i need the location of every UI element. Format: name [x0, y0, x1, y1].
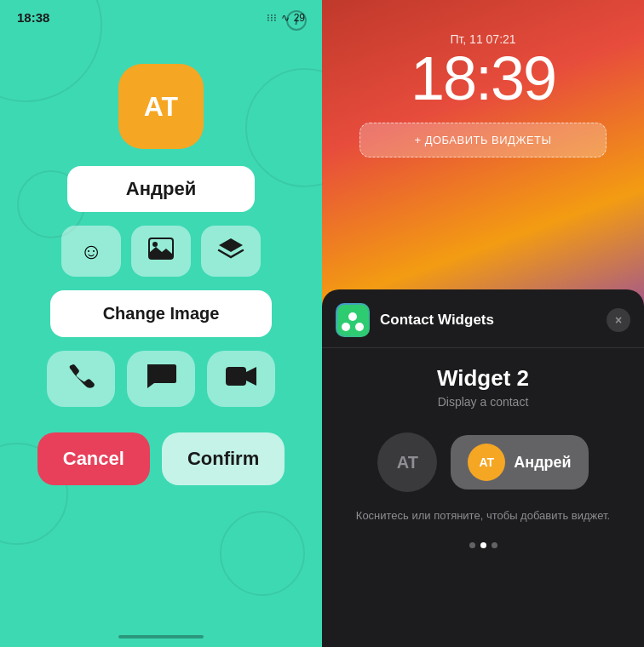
avatar-container: AT	[118, 64, 204, 149]
add-widget-label: + ДОБАВИТЬ ВИДЖЕТЫ	[414, 134, 551, 146]
sheet-widget-subtitle: Display a contact	[438, 395, 529, 409]
video-icon	[225, 364, 257, 394]
bg-circle-4	[220, 511, 305, 596]
widget-option-empty[interactable]: AT	[377, 432, 437, 492]
right-panel: Пт, 11 07:21 18:39 + ДОБАВИТЬ ВИДЖЕТЫ Co…	[322, 0, 644, 647]
image-style-btn[interactable]	[131, 226, 191, 277]
add-widget-button[interactable]: + ДОБАВИТЬ ВИДЖЕТЫ	[359, 123, 607, 157]
status-time: 18:38	[17, 10, 49, 25]
layered-style-btn[interactable]	[201, 226, 261, 277]
sheet-app-icon	[336, 303, 370, 337]
page-dot-2	[480, 542, 486, 548]
video-button[interactable]	[207, 351, 275, 407]
emoji-icon: ☺	[80, 238, 103, 265]
avatar: AT	[118, 64, 204, 149]
confirm-button[interactable]: Confirm	[162, 432, 285, 485]
info-button[interactable]: i	[285, 9, 308, 32]
status-bar: 18:38 ⁝⁝⁝ ∿ 29	[0, 0, 322, 30]
svg-point-6	[355, 323, 364, 331]
action-row	[47, 351, 275, 407]
page-dot-1	[469, 542, 475, 548]
change-image-button[interactable]: Change Image	[50, 290, 272, 337]
cancel-button[interactable]: Cancel	[37, 432, 150, 485]
sheet-close-button[interactable]: ×	[607, 308, 630, 332]
image-icon	[148, 238, 174, 266]
page-dot-3	[492, 542, 497, 548]
sheet-hint: Коснитесь или потяните, чтобы добавить в…	[356, 509, 610, 522]
sheet-app-name: Contact Widgets	[380, 312, 494, 329]
widget-options: AT AT Андрей	[377, 432, 588, 492]
info-icon: i	[286, 10, 307, 31]
signal-icon: ⁝⁝⁝	[267, 12, 277, 24]
widget-sheet: Contact Widgets × Widget 2 Display a con…	[322, 289, 644, 647]
phone-icon	[66, 362, 95, 397]
svg-point-1	[152, 242, 158, 247]
lock-date: Пт, 11 07:21	[322, 32, 644, 46]
sheet-header: Contact Widgets ×	[322, 289, 644, 348]
home-indicator	[118, 635, 204, 638]
lockscreen-info: Пт, 11 07:21 18:39 + ДОБАВИТЬ ВИДЖЕТЫ	[322, 0, 644, 157]
emoji-style-btn[interactable]: ☺	[61, 226, 121, 277]
call-button[interactable]	[47, 351, 115, 407]
left-panel: 18:38 ⁝⁝⁝ ∿ 29 i AT Андрей ☺	[0, 0, 322, 647]
sheet-page-dots	[469, 542, 497, 548]
svg-point-4	[348, 312, 357, 321]
style-icon-row: ☺	[61, 226, 261, 277]
bottom-buttons: Cancel Confirm	[37, 432, 285, 485]
svg-rect-2	[226, 367, 246, 386]
contact-name-pill: Андрей	[67, 166, 255, 212]
widget-contact-avatar: AT	[468, 444, 505, 481]
bg-circle-2	[245, 68, 322, 187]
sheet-widget-title: Widget 2	[437, 365, 529, 392]
widget-contact-name: Андрей	[514, 454, 571, 472]
message-button[interactable]	[127, 351, 195, 407]
svg-point-5	[342, 323, 350, 331]
lock-time: 18:39	[322, 48, 644, 109]
widget-option-filled[interactable]: AT Андрей	[451, 435, 588, 490]
message-icon	[146, 363, 176, 396]
layers-icon	[217, 237, 244, 266]
